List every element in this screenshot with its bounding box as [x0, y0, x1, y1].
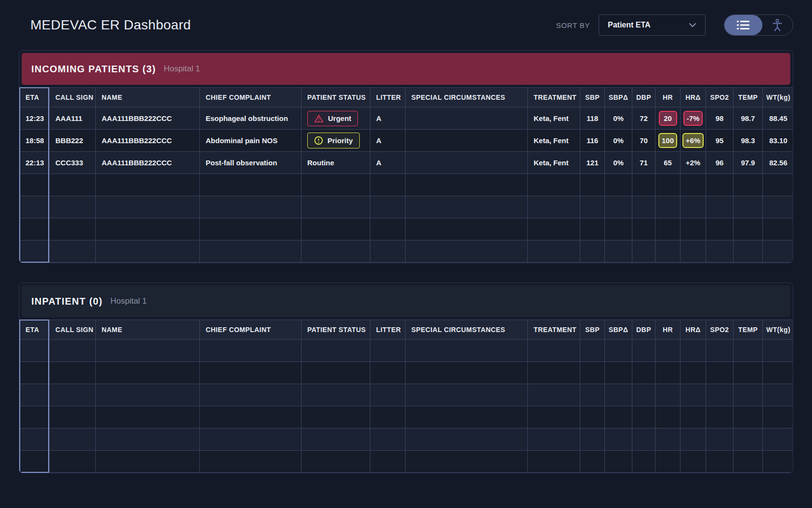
cell-call-sign: [50, 362, 96, 384]
column-header-litter: LITTER: [370, 88, 406, 107]
cell-spo2: [706, 196, 733, 218]
table-header-row: ETACALL SIGNNAMECHIEF COMPLAINTPATIENT S…: [20, 320, 794, 340]
cell-name: [96, 196, 200, 218]
cell-patient-status: [301, 340, 370, 362]
cell-treatment: Keta, Fent: [528, 152, 580, 174]
table-row[interactable]: 22:13CCC333AAA111BBB222CCCPost-fall obse…: [20, 152, 794, 174]
cell-hr: [655, 340, 681, 362]
cell-chief-complaint: [200, 406, 301, 428]
cell-sbp-delta: [605, 174, 632, 196]
cell-temp: [733, 362, 763, 384]
column-header-special-circumstances: SPECIAL CIRCUMSTANCES: [406, 88, 528, 107]
cell-sbp: 121: [580, 152, 605, 174]
column-header-sbp-delta: SBPΔ: [605, 320, 632, 340]
cell-call-sign: [50, 428, 96, 451]
cell-sbp: [580, 340, 605, 362]
cell-special-circumstances: [406, 340, 528, 362]
cell-dbp: [632, 451, 655, 473]
cell-wt-kg: [763, 241, 794, 263]
cell-eta: [20, 384, 50, 406]
cell-wt-kg: 88.45: [763, 107, 794, 130]
cell-sbp-delta: [605, 384, 632, 406]
empty-table-row: [20, 218, 794, 241]
cell-name: [96, 340, 200, 362]
status-badge: Priority: [307, 133, 360, 148]
table-row[interactable]: 12:23AAA111AAA111BBB222CCCEsophageal obs…: [20, 107, 794, 130]
table-row[interactable]: 18:58BBB222AAA111BBB222CCCAbdominal pain…: [20, 130, 794, 152]
cell-patient-status: Priority: [301, 130, 370, 152]
column-header-eta: ETA: [20, 320, 50, 340]
cell-wt-kg: [763, 196, 794, 218]
cell-sbp-delta: [605, 340, 632, 362]
cell-hr: 100: [655, 130, 681, 152]
cell-treatment: [528, 362, 580, 384]
column-header-chief-complaint: CHIEF COMPLAINT: [200, 320, 301, 340]
cell-treatment: [528, 218, 580, 241]
cell-hr: 20: [655, 107, 681, 130]
cell-special-circumstances: [406, 107, 528, 130]
page-title: MEDEVAC ER Dashboard: [30, 17, 191, 33]
column-header-hr-delta: HRΔ: [681, 88, 706, 107]
cell-call-sign: BBB222: [50, 130, 96, 152]
cell-sbp: 118: [580, 107, 605, 130]
cell-spo2: [706, 384, 733, 406]
cell-hr-delta: -7%: [681, 107, 706, 130]
cell-name: AAA111BBB222CCC: [96, 107, 200, 130]
column-header-special-circumstances: SPECIAL CIRCUMSTANCES: [406, 320, 528, 340]
cell-litter: [370, 174, 406, 196]
column-header-patient-status: PATIENT STATUS: [301, 88, 370, 107]
column-header-hr: HR: [655, 88, 681, 107]
cell-chief-complaint: [200, 218, 301, 241]
cell-eta: [20, 218, 50, 241]
cell-dbp: [632, 428, 655, 451]
sort-dropdown[interactable]: Patient ETA: [599, 14, 706, 36]
vital-alert-badge: 20: [659, 111, 677, 126]
column-header-treatment: TREATMENT: [528, 320, 580, 340]
cell-litter: [370, 340, 406, 362]
cell-hr: [655, 218, 681, 241]
status-label: Priority: [327, 136, 353, 145]
list-view-button[interactable]: [724, 15, 762, 35]
cell-spo2: 98: [706, 107, 733, 130]
cell-special-circumstances: [406, 196, 528, 218]
cell-eta: 12:23: [20, 107, 50, 130]
column-header-call-sign: CALL SIGN: [50, 88, 96, 107]
cell-temp: [733, 340, 763, 362]
cell-litter: [370, 362, 406, 384]
cell-hr-delta: [681, 174, 706, 196]
patient-view-button[interactable]: [762, 15, 793, 35]
cell-sbp: [580, 362, 605, 384]
cell-spo2: [706, 362, 733, 384]
cell-treatment: Keta, Fent: [528, 130, 580, 152]
cell-sbp-delta: 0%: [605, 130, 632, 152]
view-toggle: [724, 14, 793, 36]
cell-temp: [733, 384, 763, 406]
cell-sbp: 116: [580, 130, 605, 152]
cell-hr-delta: [681, 196, 706, 218]
cell-name: [96, 241, 200, 263]
cell-treatment: [528, 428, 580, 451]
cell-eta: [20, 196, 50, 218]
cell-name: [96, 362, 200, 384]
cell-sbp-delta: 0%: [605, 107, 632, 130]
cell-treatment: Keta, Fent: [528, 107, 580, 130]
cell-treatment: [528, 340, 580, 362]
cell-special-circumstances: [406, 406, 528, 428]
cell-sbp: [580, 174, 605, 196]
cell-hr: [655, 384, 681, 406]
incoming-patients-table-wrap: ETACALL SIGNNAMECHIEF COMPLAINTPATIENT S…: [19, 87, 793, 263]
cell-hr: [655, 428, 681, 451]
cell-dbp: [632, 384, 655, 406]
cell-eta: [20, 406, 50, 428]
cell-wt-kg: 83.10: [763, 130, 794, 152]
cell-eta: [20, 340, 50, 362]
column-header-eta: ETA: [20, 88, 50, 107]
cell-special-circumstances: [406, 362, 528, 384]
cell-patient-status: Routine: [301, 152, 370, 174]
column-header-name: NAME: [96, 320, 200, 340]
cell-chief-complaint: [200, 196, 301, 218]
cell-call-sign: [50, 218, 96, 241]
cell-patient-status: [301, 174, 370, 196]
inpatient-table-wrap: ETACALL SIGNNAMECHIEF COMPLAINTPATIENT S…: [19, 320, 793, 473]
cell-eta: 18:58: [20, 130, 50, 152]
